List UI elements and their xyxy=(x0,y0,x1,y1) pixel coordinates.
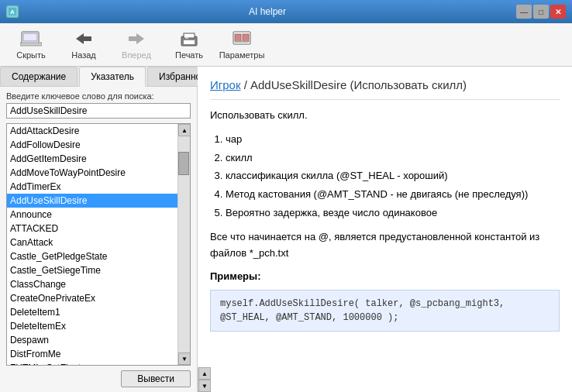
list-item[interactable]: Castle_GetPledgeState xyxy=(7,249,177,263)
scroll-down-btn[interactable]: ▼ xyxy=(178,352,191,365)
forward-label: Вперед xyxy=(122,50,151,60)
list-item[interactable]: AddAttackDesire xyxy=(7,124,177,138)
param-item: классификация скилла (@ST_HEAL - хороший… xyxy=(226,168,560,184)
list-scroll[interactable]: AddAttackDesireAddFollowDesireAddGetItem… xyxy=(7,124,177,365)
content-title: Игрок / AddUseSkillDesire (Использовать … xyxy=(210,76,560,100)
breadcrumb-sep: / xyxy=(241,78,251,91)
right-scroll-down-btn[interactable]: ▼ xyxy=(198,380,211,392)
param-item: скилл xyxy=(226,150,560,167)
print-button[interactable]: Печать xyxy=(164,26,214,64)
svg-rect-12 xyxy=(185,37,188,39)
right-scrollbar: ▲ ▼ xyxy=(198,367,210,392)
hide-button[interactable]: Скрыть xyxy=(6,26,56,64)
svg-rect-15 xyxy=(243,34,249,42)
minimize-button[interactable]: — xyxy=(516,5,532,19)
main-layout: Содержание Указатель Избранное Введите к… xyxy=(0,67,572,392)
list-scrollbar: ▲ ▼ xyxy=(177,124,190,365)
list-item[interactable]: ATTACKED xyxy=(7,222,177,236)
back-icon xyxy=(73,29,95,48)
list-item[interactable]: DistFromMe xyxy=(7,347,177,361)
toolbar: Скрыть Назад Вперед xyxy=(0,23,572,67)
left-bottom: Вывести xyxy=(0,367,197,392)
list-item[interactable]: Announce xyxy=(7,208,177,222)
list-item[interactable]: ClassChange xyxy=(7,277,177,291)
list-item[interactable]: DeleteItem1 xyxy=(7,305,177,319)
svg-marker-7 xyxy=(136,33,144,44)
list-item[interactable]: CanAttack xyxy=(7,236,177,249)
page-title: AddUseSkillDesire (Использовать скилл) xyxy=(250,78,467,91)
list-item[interactable]: DeleteItemEx xyxy=(7,319,177,333)
svg-rect-6 xyxy=(84,36,91,41)
list-item[interactable]: AddTimerEx xyxy=(7,180,177,194)
right-panel: Игрок / AddUseSkillDesire (Использовать … xyxy=(198,67,572,392)
svg-rect-14 xyxy=(235,34,241,42)
list-item[interactable]: CreateOnePrivateEx xyxy=(7,291,177,305)
tab-contents[interactable]: Содержание xyxy=(0,67,78,86)
svg-text:A: A xyxy=(10,9,15,15)
params-button[interactable]: Параметры xyxy=(217,26,267,64)
content-area: Игрок / AddUseSkillDesire (Использовать … xyxy=(198,67,572,367)
window-controls: — □ ✕ xyxy=(516,5,566,19)
forward-button[interactable]: Вперед xyxy=(112,26,161,64)
param-item: чар xyxy=(226,132,560,148)
print-icon xyxy=(178,29,200,48)
back-label: Назад xyxy=(71,50,96,60)
svg-rect-11 xyxy=(184,40,195,44)
list-item[interactable]: Castle_GetSiegeTime xyxy=(7,263,177,277)
params-icon xyxy=(231,29,253,48)
search-area: Введите ключевое слово для поиска: xyxy=(0,87,197,122)
content-note: Все что начинается на @, является предус… xyxy=(210,229,560,262)
search-input[interactable] xyxy=(6,103,191,119)
examples-title: Примеры: xyxy=(210,269,560,285)
params-list: чарскиллклассификация скилла (@ST_HEAL -… xyxy=(226,132,560,222)
hide-icon xyxy=(20,29,42,48)
param-item: Метод кастования (@AMT_STAND - не двигая… xyxy=(226,187,560,203)
window-title: AI helper xyxy=(19,6,516,17)
scroll-up-btn[interactable]: ▲ xyxy=(178,124,191,136)
content-description: Использовать скилл. xyxy=(210,108,560,124)
close-button[interactable]: ✕ xyxy=(550,5,566,19)
scrollbar-thumb[interactable] xyxy=(178,152,189,175)
params-label: Параметры xyxy=(219,50,265,60)
back-button[interactable]: Назад xyxy=(59,26,109,64)
left-panel: Содержание Указатель Избранное Введите к… xyxy=(0,67,198,392)
maximize-button[interactable]: □ xyxy=(533,5,549,19)
scrollbar-track xyxy=(178,136,190,352)
list-item[interactable]: AddMoveToWayPointDesire xyxy=(7,166,177,180)
tab-pointer[interactable]: Указатель xyxy=(79,67,146,87)
app-icon: A xyxy=(6,5,19,18)
list-item[interactable]: AddGetItemDesire xyxy=(7,152,177,166)
svg-marker-5 xyxy=(76,33,84,44)
list-item[interactable]: AddFollowDesire xyxy=(7,138,177,152)
right-scroll-up-btn[interactable]: ▲ xyxy=(198,367,211,380)
print-label: Печать xyxy=(175,50,203,60)
code-block: myself.AddUseSkillDesire( talker, @s_pcb… xyxy=(210,290,560,332)
list-item[interactable]: Despawn xyxy=(7,333,177,347)
breadcrumb-link[interactable]: Игрок xyxy=(210,78,241,91)
forward-icon xyxy=(126,29,147,48)
search-label: Введите ключевое слово для поиска: xyxy=(6,91,191,101)
param-item: Вероятно задержка, везде число одинаково… xyxy=(226,205,560,222)
svg-rect-4 xyxy=(20,43,42,46)
list-item[interactable]: FHTML_SetFloat xyxy=(7,361,177,365)
title-bar: A AI helper — □ ✕ xyxy=(0,0,572,23)
svg-rect-8 xyxy=(129,36,136,41)
svg-rect-3 xyxy=(23,33,37,41)
hide-label: Скрыть xyxy=(16,50,46,60)
tabs: Содержание Указатель Избранное xyxy=(0,67,197,87)
list-item[interactable]: AddUseSkillDesire xyxy=(7,194,177,208)
list-area: AddAttackDesireAddFollowDesireAddGetItem… xyxy=(6,123,191,366)
svg-rect-16 xyxy=(235,41,249,43)
output-button[interactable]: Вывести xyxy=(121,370,191,387)
